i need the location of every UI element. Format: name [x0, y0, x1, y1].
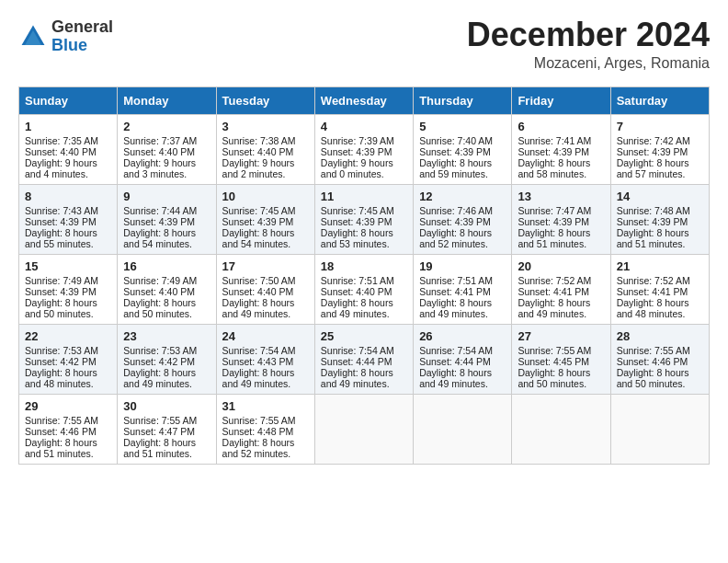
calendar-table: Sunday Monday Tuesday Wednesday Thursday… — [18, 86, 710, 465]
sunset-text: Sunset: 4:43 PM — [222, 356, 294, 367]
sunrise-text: Sunrise: 7:55 AM — [123, 415, 197, 426]
sunrise-text: Sunrise: 7:51 AM — [419, 275, 493, 286]
sunrise-text: Sunrise: 7:55 AM — [25, 415, 98, 426]
day-number: 28 — [617, 329, 703, 343]
header-tuesday: Tuesday — [216, 87, 314, 115]
header-thursday: Thursday — [414, 87, 512, 115]
calendar-week-row: 22Sunrise: 7:53 AMSunset: 4:42 PMDayligh… — [19, 325, 710, 395]
sunset-text: Sunset: 4:40 PM — [123, 286, 195, 297]
day-number: 13 — [518, 190, 604, 203]
day-number: 29 — [25, 399, 111, 413]
daylight-text: Daylight: 8 hours and 51 minutes. — [617, 227, 689, 249]
day-number: 14 — [617, 190, 703, 203]
daylight-text: Daylight: 9 hours and 4 minutes. — [25, 157, 97, 179]
sunrise-text: Sunrise: 7:45 AM — [321, 205, 394, 216]
page-header: General Blue December 2024 Mozaceni, Arg… — [18, 18, 710, 72]
day-number: 21 — [617, 259, 703, 273]
sunset-text: Sunset: 4:39 PM — [518, 146, 589, 157]
daylight-text: Daylight: 8 hours and 53 minutes. — [321, 227, 393, 249]
day-number: 6 — [518, 120, 604, 133]
header-sunday: Sunday — [19, 87, 118, 115]
sunrise-text: Sunrise: 7:55 AM — [222, 415, 296, 426]
table-row: 21Sunrise: 7:52 AMSunset: 4:41 PMDayligh… — [610, 255, 709, 325]
sunset-text: Sunset: 4:42 PM — [25, 356, 97, 367]
daylight-text: Daylight: 8 hours and 55 minutes. — [25, 227, 97, 249]
daylight-text: Daylight: 8 hours and 50 minutes. — [25, 297, 97, 319]
table-row: 26Sunrise: 7:54 AMSunset: 4:44 PMDayligh… — [414, 325, 512, 395]
table-row: 12Sunrise: 7:46 AMSunset: 4:39 PMDayligh… — [414, 185, 512, 255]
daylight-text: Daylight: 9 hours and 2 minutes. — [222, 157, 295, 179]
header-saturday: Saturday — [610, 87, 709, 115]
sunset-text: Sunset: 4:39 PM — [222, 216, 294, 227]
daylight-text: Daylight: 8 hours and 54 minutes. — [123, 227, 196, 249]
day-number: 25 — [321, 329, 407, 343]
sunset-text: Sunset: 4:41 PM — [518, 286, 589, 297]
table-row: 14Sunrise: 7:48 AMSunset: 4:39 PMDayligh… — [610, 185, 709, 255]
sunset-text: Sunset: 4:44 PM — [321, 356, 392, 367]
day-number: 31 — [222, 399, 309, 413]
sunset-text: Sunset: 4:41 PM — [617, 286, 688, 297]
daylight-text: Daylight: 8 hours and 49 minutes. — [222, 297, 295, 319]
daylight-text: Daylight: 8 hours and 51 minutes. — [518, 227, 590, 249]
daylight-text: Daylight: 8 hours and 58 minutes. — [518, 157, 590, 179]
sunset-text: Sunset: 4:39 PM — [419, 146, 491, 157]
table-row: 4Sunrise: 7:39 AMSunset: 4:39 PMDaylight… — [314, 115, 413, 185]
table-row: 10Sunrise: 7:45 AMSunset: 4:39 PMDayligh… — [216, 185, 314, 255]
sunrise-text: Sunrise: 7:49 AM — [123, 275, 197, 286]
day-number: 2 — [123, 120, 210, 133]
sunrise-text: Sunrise: 7:41 AM — [518, 135, 591, 146]
table-row: 30Sunrise: 7:55 AMSunset: 4:47 PMDayligh… — [118, 395, 216, 465]
sunset-text: Sunset: 4:39 PM — [321, 146, 392, 157]
sunset-text: Sunset: 4:42 PM — [123, 356, 195, 367]
daylight-text: Daylight: 8 hours and 49 minutes. — [123, 367, 196, 389]
table-row: 5Sunrise: 7:40 AMSunset: 4:39 PMDaylight… — [414, 115, 512, 185]
daylight-text: Daylight: 8 hours and 49 minutes. — [419, 297, 492, 319]
day-number: 11 — [321, 190, 407, 203]
table-row: 31Sunrise: 7:55 AMSunset: 4:48 PMDayligh… — [216, 395, 314, 465]
day-number: 18 — [321, 259, 407, 273]
sunrise-text: Sunrise: 7:55 AM — [617, 345, 690, 356]
daylight-text: Daylight: 8 hours and 54 minutes. — [222, 227, 295, 249]
sunrise-text: Sunrise: 7:48 AM — [617, 205, 690, 216]
sunset-text: Sunset: 4:39 PM — [123, 216, 195, 227]
title-block: December 2024 Mozaceni, Arges, Romania — [467, 18, 710, 72]
sunset-text: Sunset: 4:40 PM — [222, 286, 294, 297]
header-friday: Friday — [512, 87, 610, 115]
sunset-text: Sunset: 4:40 PM — [222, 146, 294, 157]
sunset-text: Sunset: 4:39 PM — [518, 216, 589, 227]
day-number: 8 — [25, 190, 111, 203]
sunset-text: Sunset: 4:40 PM — [123, 146, 195, 157]
sunrise-text: Sunrise: 7:49 AM — [25, 275, 98, 286]
daylight-text: Daylight: 8 hours and 49 minutes. — [518, 297, 590, 319]
day-number: 20 — [518, 259, 604, 273]
table-row: 28Sunrise: 7:55 AMSunset: 4:46 PMDayligh… — [610, 325, 709, 395]
table-row: 18Sunrise: 7:51 AMSunset: 4:40 PMDayligh… — [314, 255, 413, 325]
sunrise-text: Sunrise: 7:40 AM — [419, 135, 493, 146]
daylight-text: Daylight: 8 hours and 49 minutes. — [321, 297, 393, 319]
table-row: 3Sunrise: 7:38 AMSunset: 4:40 PMDaylight… — [216, 115, 314, 185]
daylight-text: Daylight: 8 hours and 49 minutes. — [222, 367, 295, 389]
day-number: 9 — [123, 190, 210, 203]
sunset-text: Sunset: 4:39 PM — [321, 216, 392, 227]
logo-blue-text: Blue — [51, 37, 113, 55]
calendar-week-row: 1Sunrise: 7:35 AMSunset: 4:40 PMDaylight… — [19, 115, 710, 185]
table-row: 13Sunrise: 7:47 AMSunset: 4:39 PMDayligh… — [512, 185, 610, 255]
daylight-text: Daylight: 8 hours and 48 minutes. — [25, 367, 97, 389]
sunset-text: Sunset: 4:39 PM — [617, 216, 688, 227]
day-number: 30 — [123, 399, 210, 413]
logo-general-text: General — [51, 18, 113, 37]
sunset-text: Sunset: 4:46 PM — [617, 356, 688, 367]
day-number: 12 — [419, 190, 506, 203]
sunset-text: Sunset: 4:47 PM — [123, 426, 195, 437]
logo-icon — [18, 22, 48, 52]
day-number: 17 — [222, 259, 309, 273]
daylight-text: Daylight: 8 hours and 48 minutes. — [617, 297, 689, 319]
sunset-text: Sunset: 4:41 PM — [419, 286, 491, 297]
sunset-text: Sunset: 4:46 PM — [25, 426, 97, 437]
table-row: 27Sunrise: 7:55 AMSunset: 4:45 PMDayligh… — [512, 325, 610, 395]
header-wednesday: Wednesday — [314, 87, 413, 115]
day-number: 26 — [419, 329, 506, 343]
table-row: 1Sunrise: 7:35 AMSunset: 4:40 PMDaylight… — [19, 115, 118, 185]
table-row: 29Sunrise: 7:55 AMSunset: 4:46 PMDayligh… — [19, 395, 118, 465]
table-row: 11Sunrise: 7:45 AMSunset: 4:39 PMDayligh… — [314, 185, 413, 255]
